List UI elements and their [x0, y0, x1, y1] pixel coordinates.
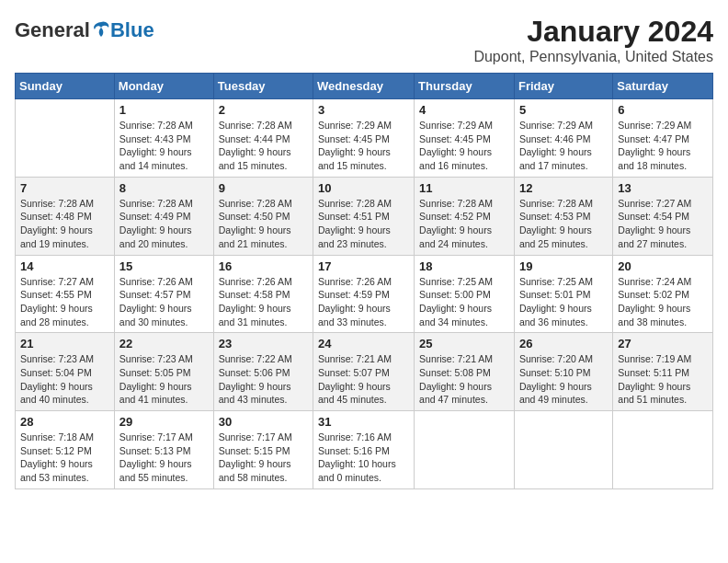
calendar-cell [16, 99, 115, 178]
calendar-col-header: Sunday [16, 74, 115, 99]
calendar-cell: 8Sunrise: 7:28 AMSunset: 4:49 PMDaylight… [114, 177, 213, 255]
calendar-cell: 4Sunrise: 7:29 AMSunset: 4:45 PMDaylight… [415, 99, 515, 178]
day-number: 25 [419, 337, 509, 350]
calendar-cell: 10Sunrise: 7:28 AMSunset: 4:51 PMDayligh… [313, 177, 415, 255]
day-info: Sunrise: 7:29 AMSunset: 4:46 PMDaylight:… [519, 119, 608, 173]
day-number: 18 [419, 259, 509, 273]
calendar-table: SundayMondayTuesdayWednesdayThursdayFrid… [15, 73, 713, 489]
day-info: Sunrise: 7:28 AMSunset: 4:44 PMDaylight:… [219, 119, 308, 173]
calendar-col-header: Thursday [415, 74, 515, 99]
day-info: Sunrise: 7:28 AMSunset: 4:48 PMDaylight:… [20, 197, 109, 251]
calendar-cell: 17Sunrise: 7:26 AMSunset: 4:59 PMDayligh… [313, 255, 415, 333]
day-number: 27 [618, 337, 708, 350]
calendar-col-header: Friday [514, 74, 612, 99]
calendar-week-row: 7Sunrise: 7:28 AMSunset: 4:48 PMDaylight… [16, 177, 713, 255]
day-info: Sunrise: 7:28 AMSunset: 4:49 PMDaylight:… [119, 197, 209, 251]
calendar-cell: 12Sunrise: 7:28 AMSunset: 4:53 PMDayligh… [514, 177, 612, 255]
day-number: 20 [618, 259, 708, 273]
day-info: Sunrise: 7:24 AMSunset: 5:02 PMDaylight:… [618, 275, 708, 329]
day-number: 24 [318, 337, 409, 350]
logo-bird-icon [92, 20, 110, 40]
title-block: January 2024 Dupont, Pennsylvania, Unite… [473, 15, 713, 65]
calendar-cell: 29Sunrise: 7:17 AMSunset: 5:13 PMDayligh… [114, 411, 213, 489]
page-title: January 2024 [473, 15, 713, 49]
day-number: 28 [20, 415, 109, 429]
calendar-week-row: 21Sunrise: 7:23 AMSunset: 5:04 PMDayligh… [16, 333, 713, 411]
day-number: 16 [219, 259, 308, 273]
calendar-cell [514, 411, 612, 489]
day-info: Sunrise: 7:17 AMSunset: 5:13 PMDaylight:… [119, 431, 209, 485]
calendar-cell [613, 411, 713, 489]
calendar-cell: 20Sunrise: 7:24 AMSunset: 5:02 PMDayligh… [613, 255, 713, 333]
calendar-cell: 16Sunrise: 7:26 AMSunset: 4:58 PMDayligh… [213, 255, 313, 333]
day-info: Sunrise: 7:23 AMSunset: 5:05 PMDaylight:… [119, 352, 209, 407]
day-number: 17 [318, 259, 409, 273]
calendar-cell: 15Sunrise: 7:26 AMSunset: 4:57 PMDayligh… [114, 255, 213, 333]
day-number: 11 [419, 181, 509, 195]
day-number: 3 [318, 103, 409, 117]
day-number: 21 [20, 337, 109, 350]
day-number: 12 [519, 181, 608, 195]
day-info: Sunrise: 7:26 AMSunset: 4:57 PMDaylight:… [119, 275, 209, 329]
day-info: Sunrise: 7:29 AMSunset: 4:47 PMDaylight:… [618, 119, 708, 173]
day-info: Sunrise: 7:26 AMSunset: 4:59 PMDaylight:… [318, 275, 409, 329]
day-number: 8 [119, 181, 209, 195]
day-info: Sunrise: 7:28 AMSunset: 4:43 PMDaylight:… [119, 119, 209, 173]
day-number: 30 [219, 415, 308, 429]
calendar-cell: 19Sunrise: 7:25 AMSunset: 5:01 PMDayligh… [514, 255, 612, 333]
calendar-cell: 3Sunrise: 7:29 AMSunset: 4:45 PMDaylight… [313, 99, 415, 178]
calendar-cell: 11Sunrise: 7:28 AMSunset: 4:52 PMDayligh… [415, 177, 515, 255]
day-info: Sunrise: 7:29 AMSunset: 4:45 PMDaylight:… [419, 119, 509, 173]
page-header: General Blue January 2024 Dupont, Pennsy… [15, 15, 713, 65]
calendar-cell: 27Sunrise: 7:19 AMSunset: 5:11 PMDayligh… [613, 333, 713, 411]
day-info: Sunrise: 7:17 AMSunset: 5:15 PMDaylight:… [219, 431, 308, 485]
day-info: Sunrise: 7:26 AMSunset: 4:58 PMDaylight:… [219, 275, 308, 329]
day-info: Sunrise: 7:21 AMSunset: 5:08 PMDaylight:… [419, 352, 509, 407]
calendar-cell: 26Sunrise: 7:20 AMSunset: 5:10 PMDayligh… [514, 333, 612, 411]
day-info: Sunrise: 7:23 AMSunset: 5:04 PMDaylight:… [20, 352, 109, 407]
day-number: 14 [20, 259, 109, 273]
calendar-col-header: Tuesday [213, 74, 313, 99]
day-number: 23 [219, 337, 308, 350]
logo: General Blue [15, 18, 154, 42]
calendar-cell: 25Sunrise: 7:21 AMSunset: 5:08 PMDayligh… [415, 333, 515, 411]
calendar-cell: 1Sunrise: 7:28 AMSunset: 4:43 PMDaylight… [114, 99, 213, 178]
calendar-week-row: 14Sunrise: 7:27 AMSunset: 4:55 PMDayligh… [16, 255, 713, 333]
day-info: Sunrise: 7:21 AMSunset: 5:07 PMDaylight:… [318, 352, 409, 407]
day-info: Sunrise: 7:25 AMSunset: 5:00 PMDaylight:… [419, 275, 509, 329]
day-number: 22 [119, 337, 209, 350]
page-subtitle: Dupont, Pennsylvania, United States [473, 49, 713, 65]
day-info: Sunrise: 7:28 AMSunset: 4:50 PMDaylight:… [219, 197, 308, 251]
calendar-cell: 9Sunrise: 7:28 AMSunset: 4:50 PMDaylight… [213, 177, 313, 255]
day-info: Sunrise: 7:19 AMSunset: 5:11 PMDaylight:… [618, 352, 708, 407]
calendar-col-header: Wednesday [313, 74, 415, 99]
calendar-col-header: Monday [114, 74, 213, 99]
day-info: Sunrise: 7:22 AMSunset: 5:06 PMDaylight:… [219, 352, 308, 407]
day-number: 4 [419, 103, 509, 117]
calendar-cell: 24Sunrise: 7:21 AMSunset: 5:07 PMDayligh… [313, 333, 415, 411]
day-info: Sunrise: 7:25 AMSunset: 5:01 PMDaylight:… [519, 275, 608, 329]
calendar-cell: 30Sunrise: 7:17 AMSunset: 5:15 PMDayligh… [213, 411, 313, 489]
logo-general-text: General [15, 18, 90, 42]
calendar-cell: 28Sunrise: 7:18 AMSunset: 5:12 PMDayligh… [16, 411, 115, 489]
day-info: Sunrise: 7:29 AMSunset: 4:45 PMDaylight:… [318, 119, 409, 173]
day-number: 19 [519, 259, 608, 273]
calendar-week-row: 28Sunrise: 7:18 AMSunset: 5:12 PMDayligh… [16, 411, 713, 489]
calendar-header-row: SundayMondayTuesdayWednesdayThursdayFrid… [16, 74, 713, 99]
day-number: 15 [119, 259, 209, 273]
day-info: Sunrise: 7:20 AMSunset: 5:10 PMDaylight:… [519, 352, 608, 407]
day-number: 5 [519, 103, 608, 117]
day-number: 31 [318, 415, 409, 429]
calendar-cell: 21Sunrise: 7:23 AMSunset: 5:04 PMDayligh… [16, 333, 115, 411]
calendar-cell: 6Sunrise: 7:29 AMSunset: 4:47 PMDaylight… [613, 99, 713, 178]
day-info: Sunrise: 7:28 AMSunset: 4:53 PMDaylight:… [519, 197, 608, 251]
day-info: Sunrise: 7:28 AMSunset: 4:51 PMDaylight:… [318, 197, 409, 251]
calendar-cell: 22Sunrise: 7:23 AMSunset: 5:05 PMDayligh… [114, 333, 213, 411]
calendar-cell: 18Sunrise: 7:25 AMSunset: 5:00 PMDayligh… [415, 255, 515, 333]
calendar-cell: 7Sunrise: 7:28 AMSunset: 4:48 PMDaylight… [16, 177, 115, 255]
calendar-cell: 31Sunrise: 7:16 AMSunset: 5:16 PMDayligh… [313, 411, 415, 489]
day-number: 10 [318, 181, 409, 195]
calendar-cell: 13Sunrise: 7:27 AMSunset: 4:54 PMDayligh… [613, 177, 713, 255]
calendar-cell: 23Sunrise: 7:22 AMSunset: 5:06 PMDayligh… [213, 333, 313, 411]
calendar-col-header: Saturday [613, 74, 713, 99]
